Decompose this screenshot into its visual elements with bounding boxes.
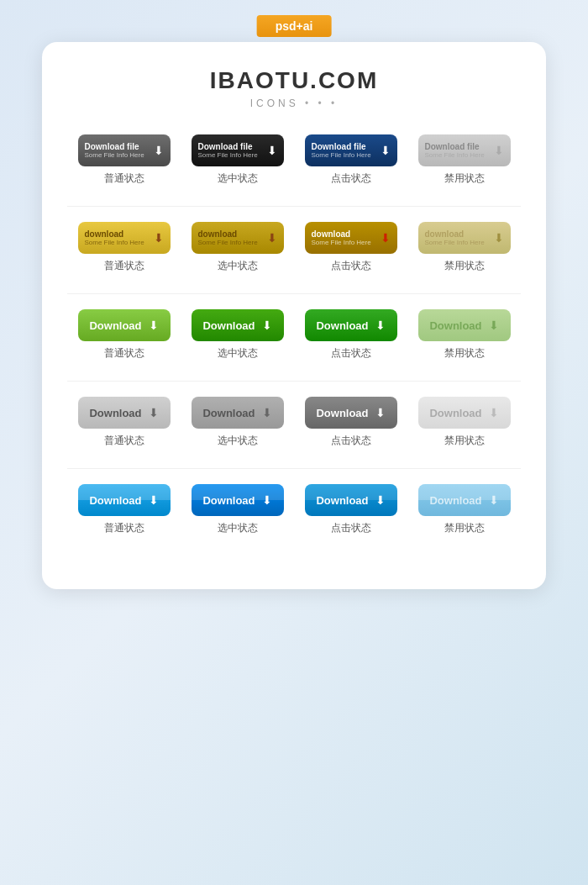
gray-disabled-button[interactable]: Download ⬇: [418, 397, 511, 429]
card-subtitle: ICONS: [67, 97, 521, 109]
format-badge: psd+ai: [257, 15, 332, 37]
yellow-normal-main: download: [85, 229, 124, 239]
state-label-1-1: 普通状态: [78, 171, 171, 186]
download-icon-green-normal: ⬇: [149, 319, 159, 332]
green-click-button[interactable]: Download ⬇: [305, 309, 397, 341]
download-icon-dark-click: ⬇: [381, 144, 391, 157]
yellow-click-sub: Some File Info Here: [312, 239, 371, 246]
gray-click-button[interactable]: Download ⬇: [305, 397, 397, 429]
blue-disabled-button[interactable]: Download ⬇: [418, 484, 511, 516]
download-icon-blue-normal: ⬇: [149, 493, 159, 507]
gray-selected-label: Download: [202, 407, 255, 419]
blue-normal-label: Download: [89, 494, 141, 507]
download-icon-green-disabled: ⬇: [489, 319, 499, 332]
download-icon-green-selected: ⬇: [262, 319, 272, 332]
blue-disabled-label: Download: [429, 494, 481, 507]
gray-disabled-label: Download: [429, 407, 481, 419]
yellow-click-main: download: [312, 229, 351, 239]
gray-selected-button[interactable]: Download ⬇: [192, 397, 284, 429]
download-icon-gray-normal: ⬇: [149, 406, 159, 419]
green-normal-label: Download: [89, 319, 141, 332]
green-selected-label: Download: [202, 319, 255, 332]
section-yellow-file: download Some File Info Here ⬇ download …: [67, 222, 521, 273]
dark-normal-button[interactable]: Download file Some File Info Here ⬇: [78, 134, 171, 166]
blue-normal-button[interactable]: Download ⬇: [78, 484, 171, 516]
gray-click-label: Download: [316, 407, 368, 419]
download-icon-dark-normal: ⬇: [154, 144, 164, 157]
download-icon-blue-disabled: ⬇: [489, 493, 499, 507]
section-green: Download ⬇ Download ⬇ Download ⬇ Downloa…: [67, 309, 521, 361]
download-icon-blue-selected: ⬇: [262, 493, 272, 507]
dark-selected-button[interactable]: Download file Some File Info Here ⬇: [192, 134, 284, 166]
download-icon-yellow-normal: ⬇: [154, 231, 164, 245]
state-label-5-3: 点击状态: [305, 521, 397, 535]
download-icon-dark-selected: ⬇: [267, 144, 277, 157]
dark-disabled-main: Download file: [425, 142, 480, 151]
download-icon-dark-disabled: ⬇: [494, 144, 504, 157]
state-label-4-3: 点击状态: [305, 434, 397, 448]
state-label-5-4: 禁用状态: [418, 521, 511, 535]
state-label-4-4: 禁用状态: [418, 434, 511, 448]
section-blue: Download ⬇ Download ⬇ Download ⬇ Downloa…: [67, 484, 521, 535]
dark-click-main: Download file: [312, 142, 366, 151]
state-label-2-4: 禁用状态: [418, 259, 511, 273]
state-label-3-1: 普通状态: [78, 346, 171, 361]
state-label-1-4: 禁用状态: [418, 171, 511, 186]
state-label-3-4: 禁用状态: [418, 346, 511, 361]
section-dark-file: Download file Some File Info Here ⬇ Down…: [67, 134, 521, 186]
yellow-click-button[interactable]: download Some File Info Here ⬇: [305, 222, 397, 254]
state-label-1-3: 点击状态: [305, 171, 397, 186]
download-icon-yellow-click: ⬇: [381, 231, 391, 245]
download-icon-blue-click: ⬇: [375, 493, 386, 507]
dark-click-sub: Some File Info Here: [312, 151, 371, 159]
yellow-disabled-sub: Some File Info Here: [425, 239, 485, 246]
green-normal-button[interactable]: Download ⬇: [78, 309, 171, 341]
card-title: IBAOTU.COM: [67, 67, 521, 94]
state-label-3-2: 选中状态: [192, 346, 284, 361]
state-label-5-1: 普通状态: [78, 521, 171, 535]
dark-disabled-sub: Some File Info Here: [425, 151, 485, 159]
green-disabled-label: Download: [429, 319, 481, 332]
yellow-disabled-main: download: [425, 229, 465, 239]
state-label-5-2: 选中状态: [192, 521, 284, 535]
state-label-1-2: 选中状态: [192, 171, 284, 186]
download-icon-gray-click: ⬇: [375, 406, 386, 419]
blue-click-label: Download: [316, 494, 368, 507]
green-click-label: Download: [316, 319, 368, 332]
yellow-normal-button[interactable]: download Some File Info Here ⬇: [78, 222, 171, 254]
gray-normal-button[interactable]: Download ⬇: [78, 397, 171, 429]
state-label-4-2: 选中状态: [192, 434, 284, 448]
dark-click-button[interactable]: Download file Some File Info Here ⬇: [305, 134, 397, 166]
green-disabled-button[interactable]: Download ⬇: [418, 309, 511, 341]
blue-selected-label: Download: [202, 494, 255, 507]
download-icon-gray-disabled: ⬇: [489, 406, 499, 419]
state-label-4-1: 普通状态: [78, 434, 171, 448]
dark-normal-main: Download file: [85, 142, 139, 151]
gray-normal-label: Download: [89, 407, 141, 419]
state-label-2-2: 选中状态: [192, 259, 284, 273]
yellow-normal-sub: Some File Info Here: [85, 239, 144, 246]
yellow-selected-button[interactable]: download Some File Info Here ⬇: [192, 222, 284, 254]
green-selected-button[interactable]: Download ⬇: [192, 309, 284, 341]
download-icon-yellow-selected: ⬇: [267, 231, 277, 245]
yellow-disabled-button[interactable]: download Some File Info Here ⬇: [418, 222, 511, 254]
state-label-2-3: 点击状态: [305, 259, 397, 273]
dark-normal-sub: Some File Info Here: [85, 151, 144, 159]
state-label-3-3: 点击状态: [305, 346, 397, 361]
yellow-selected-sub: Some File Info Here: [198, 239, 258, 246]
download-icon-green-click: ⬇: [375, 319, 386, 332]
blue-click-button[interactable]: Download ⬇: [305, 484, 397, 516]
section-gray: Download ⬇ Download ⬇ Download ⬇ Downloa…: [67, 397, 521, 448]
dark-selected-main: Download file: [198, 142, 253, 151]
dark-disabled-button[interactable]: Download file Some File Info Here ⬇: [418, 134, 511, 166]
yellow-selected-main: download: [198, 229, 238, 239]
state-label-2-1: 普通状态: [78, 259, 171, 273]
main-card: IBAOTU.COM ICONS Download file Some File…: [42, 42, 546, 589]
dark-selected-sub: Some File Info Here: [198, 151, 258, 159]
blue-selected-button[interactable]: Download ⬇: [192, 484, 284, 516]
download-icon-gray-selected: ⬇: [262, 406, 272, 419]
download-icon-yellow-disabled: ⬇: [494, 231, 504, 245]
